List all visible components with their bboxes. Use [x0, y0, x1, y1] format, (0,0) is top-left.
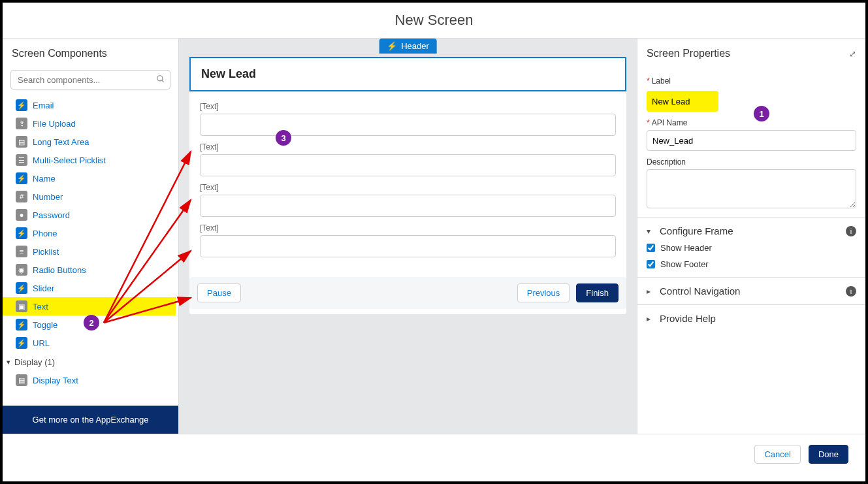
header-pill-label: Header — [401, 41, 429, 51]
component-item-display-text[interactable]: ▤Display Text — [3, 371, 176, 389]
component-item-radio-buttons[interactable]: ◉Radio Buttons — [3, 261, 176, 279]
long-text-area-icon: ▤ — [16, 136, 27, 148]
label-field-label: *Label — [647, 76, 856, 86]
component-label: File Upload — [33, 119, 76, 129]
component-item-picklist[interactable]: ≡Picklist — [3, 242, 176, 261]
component-item-multi-select-picklist[interactable]: ☰Multi-Select Picklist — [3, 151, 176, 169]
footer-button-bar: Pause Previous Finish — [189, 277, 626, 309]
appexchange-button[interactable]: Get more on the AppExchange — [3, 406, 178, 434]
text-component-input[interactable] — [200, 195, 616, 217]
chevron-down-icon: ▾ — [647, 227, 654, 236]
file-upload-icon: ⇪ — [16, 118, 27, 129]
control-navigation-header[interactable]: ▸Control Navigation i — [647, 285, 856, 297]
text-component-4[interactable]: [Text] — [200, 223, 616, 257]
url-icon: ⚡ — [16, 337, 27, 349]
show-footer-checkbox-row[interactable]: Show Footer — [647, 259, 856, 269]
component-label: Number — [33, 192, 63, 202]
previous-button[interactable]: Previous — [517, 283, 570, 302]
configure-frame-header[interactable]: ▾Configure Frame i — [647, 225, 856, 236]
component-label: Name — [33, 174, 56, 184]
component-item-email[interactable]: ⚡Email — [3, 96, 176, 114]
pause-button[interactable]: Pause — [197, 283, 241, 302]
component-item-password[interactable]: ●Password — [3, 206, 176, 224]
screen-title-field[interactable]: New Lead — [189, 57, 626, 91]
label-input[interactable] — [647, 91, 718, 112]
screen-components-title: Screen Components — [3, 39, 178, 66]
svg-point-0 — [157, 76, 163, 81]
modal-footer: Cancel Done — [3, 434, 865, 474]
left-panel: Screen Components ⚡Email⇪File Upload▤Lon… — [3, 39, 179, 434]
chevron-down-icon: ▾ — [7, 358, 10, 366]
annotation-badge-3: 3 — [276, 130, 291, 146]
configure-frame-section: ▾Configure Frame i Show Header Show Foot… — [637, 218, 865, 278]
text-component-label: [Text] — [200, 102, 616, 111]
text-component-3[interactable]: [Text] — [200, 183, 616, 217]
component-label: Display Text — [33, 376, 78, 385]
annotation-badge-2: 2 — [84, 315, 99, 331]
component-label: URL — [33, 338, 50, 348]
component-label: Phone — [33, 229, 57, 238]
component-item-url[interactable]: ⚡URL — [3, 334, 176, 352]
component-label: Password — [33, 210, 70, 220]
component-item-name[interactable]: ⚡Name — [3, 169, 176, 187]
toggle-icon: ⚡ — [16, 319, 27, 331]
svg-line-1 — [162, 80, 164, 82]
component-label: Picklist — [33, 247, 59, 257]
text-icon: ▣ — [16, 300, 27, 312]
search-icon — [156, 74, 165, 86]
apiname-input[interactable] — [647, 130, 856, 151]
search-components-input[interactable] — [10, 70, 170, 89]
expand-icon[interactable]: ⤢ — [849, 49, 856, 59]
show-header-checkbox[interactable] — [647, 244, 655, 252]
text-component-1[interactable]: [Text] — [200, 102, 616, 136]
phone-icon: ⚡ — [16, 227, 27, 239]
components-list: ⚡Email⇪File Upload▤Long Text Area☰Multi-… — [3, 96, 178, 406]
info-icon[interactable]: i — [846, 286, 856, 297]
canvas-panel: ⚡ Header New Lead [Text][Text][Text][Tex… — [179, 39, 637, 434]
cancel-button[interactable]: Cancel — [754, 445, 800, 464]
text-component-input[interactable] — [200, 154, 616, 176]
text-component-label: [Text] — [200, 142, 616, 152]
component-item-phone[interactable]: ⚡Phone — [3, 224, 176, 242]
done-button[interactable]: Done — [809, 445, 848, 464]
control-navigation-section: ▸Control Navigation i — [637, 278, 865, 305]
chevron-right-icon: ▸ — [647, 314, 654, 323]
search-components-input-wrap — [10, 70, 170, 89]
description-textarea[interactable] — [647, 169, 856, 208]
text-component-label: [Text] — [200, 223, 616, 233]
bolt-icon: ⚡ — [387, 41, 397, 51]
text-component-2[interactable]: [Text] — [200, 142, 616, 176]
info-icon[interactable]: i — [846, 226, 856, 236]
component-item-text[interactable]: ▣Text — [3, 297, 176, 315]
show-footer-label: Show Footer — [660, 259, 709, 269]
component-label: Text — [33, 302, 48, 312]
modal-title: New Screen — [3, 3, 865, 39]
header-pill[interactable]: ⚡ Header — [379, 39, 437, 54]
description-field-label: Description — [647, 157, 856, 167]
group-label: Display (1) — [14, 357, 55, 367]
properties-panel: Screen Properties ⤢ *Label *API Name Des… — [637, 39, 865, 434]
component-item-slider[interactable]: ⚡Slider — [3, 279, 176, 297]
annotation-badge-1: 1 — [754, 106, 769, 121]
display-group-header[interactable]: ▾Display (1) — [3, 352, 176, 371]
text-component-label: [Text] — [200, 183, 616, 192]
component-label: Long Text Area — [33, 137, 89, 147]
component-item-file-upload[interactable]: ⇪File Upload — [3, 114, 176, 133]
apiname-field-label: *API Name — [647, 118, 856, 127]
chevron-right-icon: ▸ — [647, 287, 654, 296]
component-label: Toggle — [33, 320, 57, 330]
component-item-long-text-area[interactable]: ▤Long Text Area — [3, 133, 176, 151]
show-header-checkbox-row[interactable]: Show Header — [647, 243, 856, 253]
text-component-input[interactable] — [200, 114, 616, 136]
component-item-number[interactable]: #Number — [3, 187, 176, 206]
provide-help-header[interactable]: ▸Provide Help — [647, 313, 856, 324]
display-text-icon: ▤ — [16, 374, 27, 386]
provide-help-section: ▸Provide Help — [637, 305, 865, 332]
show-footer-checkbox[interactable] — [647, 260, 655, 268]
component-label: Slider — [33, 283, 54, 293]
component-label: Email — [33, 101, 54, 110]
finish-button[interactable]: Finish — [576, 283, 619, 302]
picklist-icon: ≡ — [16, 246, 27, 257]
show-header-label: Show Header — [660, 243, 712, 253]
text-component-input[interactable] — [200, 235, 616, 257]
